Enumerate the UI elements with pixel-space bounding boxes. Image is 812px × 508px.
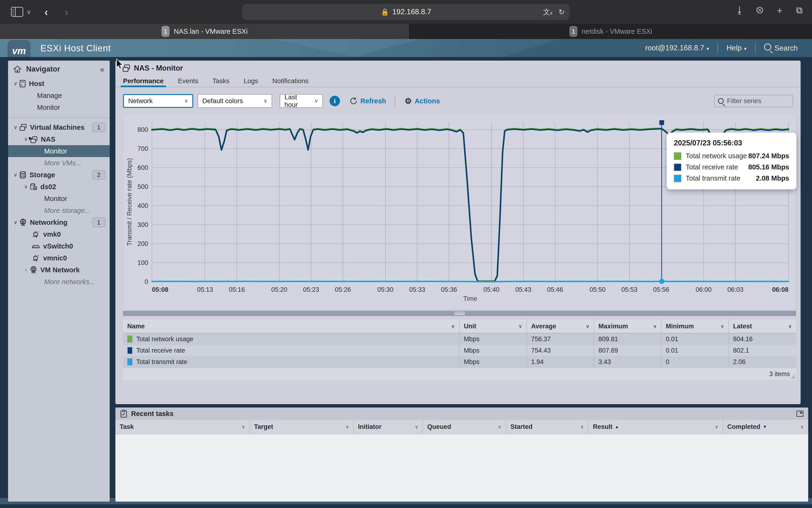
count-badge: 1: [92, 218, 105, 227]
sidebar-item-label: vmk0: [43, 230, 61, 238]
chevron-down-icon: ∨: [715, 424, 718, 430]
refresh-button[interactable]: Refresh: [349, 97, 386, 105]
column-header-result[interactable]: Result▲∨: [588, 420, 723, 434]
sidebar-item-more-networks[interactable]: More networks...: [8, 276, 110, 288]
share-icon[interactable]: ⮾: [756, 5, 763, 16]
new-tab-icon[interactable]: ＋: [775, 4, 784, 16]
browser-tab-active[interactable]: 1 NAS.lan - VMware ESXi: [0, 24, 409, 39]
tab-notifications[interactable]: Notifications: [271, 76, 310, 87]
table-footer: 3 items: [123, 368, 796, 380]
sidebar-item-vswitch0[interactable]: vSwitch0: [8, 240, 110, 252]
sidebar-item-virtual-machines[interactable]: ∨ Virtual Machines 1: [8, 121, 110, 133]
url-text: 192.168.8.7: [392, 8, 431, 16]
column-header-queued[interactable]: Queued∨: [423, 420, 506, 434]
chevron-down-icon[interactable]: ∨: [27, 8, 31, 16]
collapse-sidebar-icon[interactable]: «: [100, 65, 104, 74]
table-row[interactable]: Total network usage Mbps 756.37 809.81 0…: [123, 333, 796, 345]
svg-text:0: 0: [145, 278, 148, 285]
sidebar-item-vmk0[interactable]: vmk0: [8, 228, 110, 240]
svg-text:06:08: 06:08: [772, 286, 789, 293]
svg-text:05:30: 05:30: [377, 286, 393, 293]
network-icon: [30, 266, 37, 274]
translate-icon[interactable]: 文ₓ: [543, 7, 553, 17]
column-header-task[interactable]: Task∨: [115, 420, 250, 434]
user-menu[interactable]: root@192.168.8.7▾: [645, 44, 709, 52]
column-header-average[interactable]: Average∨: [527, 320, 594, 333]
sidebar-item-more-storage[interactable]: More storage...: [8, 205, 110, 216]
sidebar-item-vm-nas[interactable]: ∨ ▶ NAS: [8, 133, 110, 145]
actions-button[interactable]: ⚙ Actions: [404, 96, 440, 106]
datastore-icon: [30, 183, 37, 190]
info-icon[interactable]: i: [330, 96, 340, 106]
browser-tab-bar: 1 NAS.lan - VMware ESXi 1 netdisk - VMwa…: [0, 24, 812, 39]
sidebar-item-host[interactable]: ∨ Host: [8, 78, 110, 90]
app-title: ESXi Host Client: [40, 43, 111, 53]
column-header-started[interactable]: Started∨: [506, 420, 588, 434]
svg-text:500: 500: [138, 183, 148, 190]
gear-icon: ⚙: [404, 96, 412, 106]
metric-select[interactable]: Network∨: [123, 94, 193, 108]
colors-select[interactable]: Default colors∨: [197, 94, 272, 108]
column-header-completed[interactable]: Completed▼∨: [723, 420, 808, 434]
tab-overview-icon[interactable]: ⧉: [796, 5, 803, 16]
reload-icon[interactable]: ↻: [559, 8, 565, 16]
tab-events[interactable]: Events: [177, 76, 200, 87]
home-icon: [13, 65, 21, 73]
count-badge: 1: [92, 123, 105, 132]
sidebar-item-vmnic0[interactable]: vmnic0: [8, 252, 110, 264]
sidebar-item-host-monitor[interactable]: Monitor: [8, 101, 110, 113]
tooltip-timestamp: 2025/07/23 05:56:03: [674, 139, 789, 147]
svg-text:300: 300: [138, 221, 148, 228]
tab-favicon: 1: [161, 26, 170, 37]
table-row[interactable]: Total receive rate Mbps 754.43 807.69 0.…: [123, 345, 796, 356]
tab-logs[interactable]: Logs: [242, 76, 259, 87]
time-range-select[interactable]: Last hour∨: [280, 94, 323, 108]
browser-sidebar-icon[interactable]: [11, 7, 23, 17]
chevron-right-icon: ›: [23, 267, 29, 273]
search-button[interactable]: Search: [764, 43, 798, 52]
table-row[interactable]: Total transmit rate Mbps 1.94 3.43 0 2.0…: [123, 356, 796, 368]
sidebar-item-host-manage[interactable]: Manage: [8, 90, 110, 101]
series-swatch-green: [127, 336, 133, 343]
sidebar-item-vm-network[interactable]: › VM Network: [8, 264, 110, 276]
forward-icon[interactable]: ›: [64, 5, 68, 18]
tab-tasks[interactable]: Tasks: [211, 76, 231, 87]
column-header-latest[interactable]: Latest∨: [729, 320, 796, 333]
series-swatch-green: [674, 152, 681, 160]
sidebar-item-storage[interactable]: ∨ Storage 2: [8, 169, 110, 181]
tab-title: NAS.lan - VMware ESXi: [174, 28, 248, 35]
sidebar-item-more-vms[interactable]: More VMs...: [8, 157, 110, 169]
sidebar-item-ds02[interactable]: ∨ ds02: [8, 181, 110, 193]
column-header-target[interactable]: Target∨: [250, 420, 354, 434]
svg-text:05:56: 05:56: [653, 286, 669, 293]
sidebar-title: Navigator: [26, 65, 60, 74]
url-bar[interactable]: 🔒 192.168.8.7 文ₓ ↻: [242, 4, 570, 20]
back-icon[interactable]: ‹: [44, 5, 48, 18]
divider: [755, 43, 756, 53]
column-header-maximum[interactable]: Maximum∨: [594, 320, 662, 333]
tab-performance[interactable]: Performance: [122, 76, 165, 87]
chevron-down-icon: ∨: [259, 98, 267, 104]
chevron-down-icon: ∨: [415, 424, 418, 430]
column-header-initiator[interactable]: Initiator∨: [354, 420, 423, 434]
downloads-icon[interactable]: ⭳: [735, 5, 744, 15]
vmware-logo: vm: [8, 40, 30, 57]
sidebar-item-nas-monitor[interactable]: Monitor: [8, 145, 110, 157]
popout-icon[interactable]: [796, 411, 804, 417]
table-header-row: Name∨ Unit∨ Average∨ Maximum∨ Minimum∨ L…: [123, 320, 796, 333]
help-menu[interactable]: Help▾: [726, 44, 747, 52]
filter-series-input[interactable]: Filter series: [714, 95, 793, 107]
column-header-minimum[interactable]: Minimum∨: [662, 320, 729, 333]
divider: [717, 43, 718, 53]
sidebar-item-ds02-monitor[interactable]: Monitor: [8, 193, 110, 205]
sidebar-item-networking[interactable]: ∨ Networking 1: [8, 216, 110, 228]
clipboard-icon: [120, 410, 127, 418]
column-header-name[interactable]: Name∨: [123, 320, 460, 333]
browser-tab-inactive[interactable]: 1 netdisk - VMware ESXi: [409, 24, 812, 39]
column-header-unit[interactable]: Unit∨: [460, 320, 527, 333]
network-icon: [19, 219, 27, 226]
count-badge: 2: [92, 170, 105, 180]
resize-grip[interactable]: [790, 374, 795, 379]
recent-tasks-panel: Recent tasks Task∨ Target∨ Initiator∨ Qu…: [115, 408, 808, 502]
pane-resize-handle[interactable]: [123, 311, 796, 316]
